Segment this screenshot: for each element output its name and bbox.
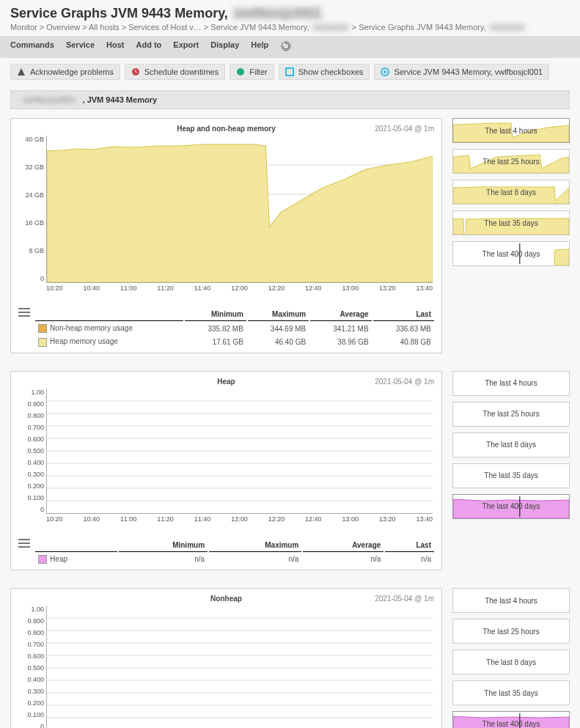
breadcrumb-item[interactable]: Service Graphs JVM 9443 Memory, xyxy=(359,23,485,32)
thumb-8d[interactable]: The last 8 days xyxy=(452,650,570,674)
y-axis: 40 GB32 GB24 GB16 GB8 GB0 xyxy=(18,136,44,282)
thumb-35d[interactable]: The last 35 days xyxy=(452,680,570,705)
chart-area[interactable]: 1.000.9000.8000.7000.6000.5000.4000.3000… xyxy=(46,606,433,728)
menu-display[interactable]: Display xyxy=(210,40,239,54)
clock-icon xyxy=(131,67,140,76)
timestamp-label: 2021-05-04 @ 1m xyxy=(375,595,434,603)
y-axis: 1.000.9000.8000.7000.6000.5000.4000.3000… xyxy=(18,389,44,513)
table-row: Heap memory usage17.61 GB46.40 GB38.96 G… xyxy=(35,336,434,348)
legend-table: MinimumMaximumAverageLast Non-heap memor… xyxy=(34,306,436,350)
info-icon xyxy=(381,67,389,76)
svg-point-7 xyxy=(383,70,386,73)
schedule-downtimes-button[interactable]: Schedule downtimes xyxy=(125,64,226,80)
acknowledge-button[interactable]: Acknowledge problems xyxy=(10,64,120,80)
chart-title: Heap and non-heap memory xyxy=(17,125,436,133)
chart-title: Heap xyxy=(17,378,436,386)
x-axis: 10:2010:4011:0011:2011:4012:0012:2012:40… xyxy=(46,284,433,292)
menu-service[interactable]: Service xyxy=(66,40,95,54)
menu-addto[interactable]: Add to xyxy=(136,40,162,54)
thumbnail-column: The last 4 hours The last 25 hours The l… xyxy=(452,371,570,519)
chart-title: Nonheap xyxy=(17,595,436,603)
thumbnail-column: The last 4 hours The last 25 hours The l… xyxy=(452,118,570,266)
service-button[interactable]: Service JVM 9443 Memory, vwlfbosjcl001 xyxy=(374,64,549,80)
chart-panel-nonheap: 2021-05-04 @ 1m Nonheap 1.000.9000.8000.… xyxy=(10,588,442,728)
menu-export[interactable]: Export xyxy=(173,40,199,54)
filter-icon xyxy=(236,67,245,76)
warning-icon xyxy=(17,67,26,76)
menu-help[interactable]: Help xyxy=(251,40,268,54)
timestamp-label: 2021-05-04 @ 1m xyxy=(375,125,434,133)
breadcrumb-item[interactable]: Overview xyxy=(46,23,80,32)
filter-button[interactable]: Filter xyxy=(230,64,274,80)
menu-bar: Commands Service Host Add to Export Disp… xyxy=(0,36,580,58)
page-title: Service Graphs JVM 9443 Memory, vwlfbosj… xyxy=(0,0,580,23)
breadcrumb-item[interactable]: Services of Host v… xyxy=(128,23,202,32)
timestamp-label: 2021-05-04 @ 1m xyxy=(375,378,434,386)
thumb-8d[interactable]: The last 8 days xyxy=(452,433,570,457)
show-checkboxes-button[interactable]: Show checkboxes xyxy=(279,64,370,80)
hamburger-icon[interactable] xyxy=(18,523,34,549)
thumb-4h[interactable]: The last 4 hours xyxy=(452,371,570,396)
breadcrumb-item[interactable]: All hosts xyxy=(89,23,120,32)
menu-host[interactable]: Host xyxy=(106,40,124,54)
thumb-400d[interactable]: The last 400 days xyxy=(452,241,570,266)
chart-area[interactable]: 1.000.9000.8000.7000.6000.5000.4000.3000… xyxy=(46,389,433,514)
thumb-25h[interactable]: The last 25 hours xyxy=(452,402,570,427)
svg-point-4 xyxy=(237,68,244,76)
svg-marker-2 xyxy=(18,68,25,76)
thumb-8d[interactable]: The last 8 days xyxy=(452,180,570,205)
thumbnail-column: The last 4 hours The last 25 hours The l… xyxy=(452,588,570,728)
breadcrumb-blur: xxxxxxxx xyxy=(488,23,526,32)
legend-table: MinimumMaximumAverageLast Heapn/an/an/an… xyxy=(34,537,436,567)
section-host-blur: vwlfbosjcl001 xyxy=(20,95,78,104)
thumb-4h[interactable]: The last 4 hours xyxy=(452,118,570,143)
thumb-4h[interactable]: The last 4 hours xyxy=(452,588,570,613)
reload-icon[interactable] xyxy=(280,40,292,54)
thumb-35d[interactable]: The last 35 days xyxy=(452,210,570,235)
section-header: vwlfbosjcl001 , JVM 9443 Memory xyxy=(10,90,570,109)
checkbox-icon xyxy=(285,67,294,76)
breadcrumb-item[interactable]: Monitor xyxy=(10,23,37,32)
breadcrumb-item[interactable]: Service JVM 9443 Memory, xyxy=(210,23,309,32)
thumb-25h[interactable]: The last 25 hours xyxy=(452,149,570,174)
host-blur: vwlfbosjcl001 xyxy=(232,6,323,21)
chart-panel-heap-nonheap: 2021-05-04 @ 1m Heap and non-heap memory… xyxy=(10,118,442,353)
chart-area[interactable]: 40 GB32 GB24 GB16 GB8 GB0 xyxy=(46,136,433,283)
thumb-400d[interactable]: The last 400 days xyxy=(452,711,570,728)
x-axis: 10:2010:4011:0011:2011:4012:0012:2012:40… xyxy=(46,515,433,523)
action-bar: Acknowledge problems Schedule downtimes … xyxy=(0,58,580,90)
svg-rect-5 xyxy=(286,68,293,76)
breadcrumb: Monitor > Overview > All hosts > Service… xyxy=(0,23,580,36)
breadcrumb-blur: xxxxxxxx xyxy=(312,23,350,32)
hamburger-icon[interactable] xyxy=(18,292,34,318)
menu-commands[interactable]: Commands xyxy=(10,40,54,54)
thumb-400d[interactable]: The last 400 days xyxy=(452,494,570,519)
y-axis: 1.000.9000.8000.7000.6000.5000.4000.3000… xyxy=(18,606,44,728)
table-row: Heapn/an/an/an/a xyxy=(35,554,434,565)
thumb-25h[interactable]: The last 25 hours xyxy=(452,619,570,644)
table-row: Non-heap memory usage335.82 MB344.69 MB3… xyxy=(35,323,434,334)
chart-panel-heap: 2021-05-04 @ 1m Heap 1.000.9000.8000.700… xyxy=(10,371,442,570)
thumb-35d[interactable]: The last 35 days xyxy=(452,463,570,488)
